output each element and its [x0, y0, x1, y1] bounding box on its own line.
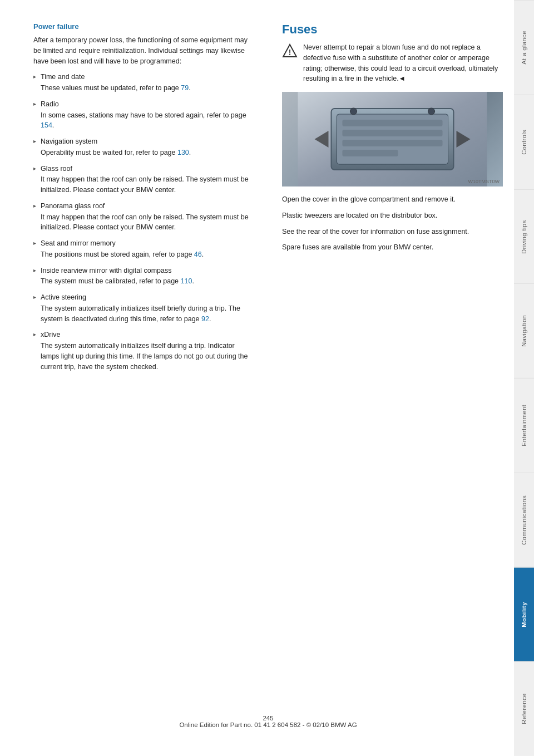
bullet-arrow-icon: ▸	[33, 202, 36, 210]
sidebar-tab-mobility[interactable]: Mobility	[514, 567, 534, 662]
sidebar-tab-driving-tips[interactable]: Driving tips	[514, 189, 534, 284]
svg-rect-7	[343, 140, 443, 146]
list-item: ▸ Seat and mirror memory The positions m…	[33, 238, 254, 260]
warning-icon: !	[282, 43, 298, 59]
bullet-list: ▸ Time and date These values must be upd…	[33, 72, 254, 372]
svg-rect-6	[343, 130, 443, 136]
sidebar: At a glance Controls Driving tips Naviga…	[514, 0, 534, 756]
page-link[interactable]: 46	[194, 251, 202, 258]
bullet-desc: It may happen that the roof can only be …	[41, 212, 254, 233]
image-watermark: W10TMST0W	[468, 179, 500, 184]
fuse-image-inner: W10TMST0W	[282, 92, 503, 186]
bullet-arrow-icon: ▸	[33, 164, 36, 173]
power-failure-intro: After a temporary power loss, the functi…	[33, 35, 254, 66]
sidebar-tab-at-a-glance[interactable]: At a glance	[514, 0, 534, 95]
page-link[interactable]: 79	[181, 84, 189, 92]
sidebar-tab-reference[interactable]: Reference	[514, 661, 534, 756]
warning-box: ! Never attempt to repair a blown fuse a…	[282, 42, 503, 84]
sidebar-tab-controls[interactable]: Controls	[514, 95, 534, 189]
bullet-term: Radio	[41, 100, 59, 108]
page-link[interactable]: 110	[181, 277, 192, 285]
bullet-term: Navigation system	[41, 138, 97, 145]
bullet-content: xDrive The system automatically initiali…	[41, 330, 254, 372]
two-column-layout: Power failure After a temporary power lo…	[33, 22, 503, 704]
bullet-arrow-icon: ▸	[33, 266, 36, 274]
fuse-para-4: Spare fuses are available from your BMW …	[282, 242, 503, 253]
bullet-desc: The system automatically initializes its…	[41, 341, 254, 372]
bullet-content: Panorama glass roof It may happen that t…	[41, 201, 254, 233]
page-link[interactable]: 130	[177, 149, 189, 156]
bullet-content: Time and date These values must be updat…	[41, 72, 254, 94]
bullet-desc: It may happen that the roof can only be …	[41, 174, 254, 195]
bullet-term: Panorama glass roof	[41, 202, 105, 210]
fuse-diagram	[282, 92, 503, 186]
bullet-desc: The system automatically initializes its…	[41, 303, 254, 325]
svg-point-11	[350, 108, 357, 115]
page-link[interactable]: 92	[201, 315, 209, 323]
main-content: Power failure After a temporary power lo…	[0, 0, 514, 756]
bullet-term: Seat and mirror memory	[41, 239, 116, 247]
bullet-content: Seat and mirror memory The positions mus…	[41, 238, 254, 260]
bullet-term: Inside rearview mirror with digital comp…	[41, 267, 172, 274]
list-item: ▸ xDrive The system automatically initia…	[33, 330, 254, 372]
bullet-arrow-icon: ▸	[33, 293, 36, 301]
fuse-image: W10TMST0W	[282, 92, 503, 186]
list-item: ▸ Inside rearview mirror with digital co…	[33, 266, 254, 287]
right-column: Fuses ! Never attempt to repair a blown …	[276, 22, 503, 704]
sidebar-tab-entertainment[interactable]: Entertainment	[514, 378, 534, 473]
bullet-arrow-icon: ▸	[33, 330, 36, 338]
bullet-term: Glass roof	[41, 165, 72, 173]
svg-rect-8	[343, 150, 398, 156]
svg-text:!: !	[289, 48, 291, 57]
list-item: ▸ Radio In some cases, stations may have…	[33, 99, 254, 131]
bullet-arrow-icon: ▸	[33, 72, 36, 81]
bullet-arrow-icon: ▸	[33, 100, 36, 108]
fuse-para-2: Plastic tweezers are located on the dist…	[282, 210, 503, 221]
warning-text: Never attempt to repair a blown fuse and…	[303, 42, 503, 84]
list-item: ▸ Time and date These values must be upd…	[33, 72, 254, 94]
fuse-para-3: See the rear of the cover for informatio…	[282, 227, 503, 237]
page-number: 245	[33, 715, 503, 721]
bullet-content: Navigation system Operability must be wa…	[41, 136, 254, 158]
edition-text: Online Edition for Part no. 01 41 2 604 …	[33, 721, 503, 728]
svg-rect-5	[343, 120, 443, 126]
bullet-desc: Operability must be waited for, refer to…	[41, 148, 254, 158]
bullet-desc: These values must be updated, refer to p…	[41, 83, 254, 94]
bullet-desc: The positions must be stored again, refe…	[41, 249, 254, 260]
sidebar-tab-communications[interactable]: Communications	[514, 473, 534, 567]
list-item: ▸ Navigation system Operability must be …	[33, 136, 254, 158]
bullet-desc: In some cases, stations may have to be s…	[41, 110, 254, 131]
list-item: ▸ Panorama glass roof It may happen that…	[33, 201, 254, 233]
svg-point-12	[428, 108, 435, 115]
bullet-content: Inside rearview mirror with digital comp…	[41, 266, 254, 287]
bullet-arrow-icon: ▸	[33, 239, 36, 247]
page-footer: 245 Online Edition for Part no. 01 41 2 …	[33, 704, 503, 734]
bullet-content: Radio In some cases, stations may have t…	[41, 99, 254, 131]
list-item: ▸ Glass roof It may happen that the roof…	[33, 164, 254, 195]
page-link[interactable]: 154	[41, 121, 52, 129]
bullet-desc: The system must be calibrated, refer to …	[41, 276, 254, 287]
power-failure-title: Power failure	[33, 22, 254, 31]
bullet-content: Active steering The system automatically…	[41, 292, 254, 324]
sidebar-tab-navigation[interactable]: Navigation	[514, 283, 534, 378]
fuse-para-1: Open the cover in the glove compartment …	[282, 194, 503, 205]
bullet-term: Active steering	[41, 293, 86, 301]
bullet-content: Glass roof It may happen that the roof c…	[41, 164, 254, 195]
bullet-term: Time and date	[41, 73, 85, 81]
bullet-arrow-icon: ▸	[33, 137, 36, 145]
bullet-term: xDrive	[41, 331, 60, 338]
fuses-title: Fuses	[282, 22, 503, 37]
list-item: ▸ Active steering The system automatical…	[33, 292, 254, 324]
left-column: Power failure After a temporary power lo…	[33, 22, 260, 704]
